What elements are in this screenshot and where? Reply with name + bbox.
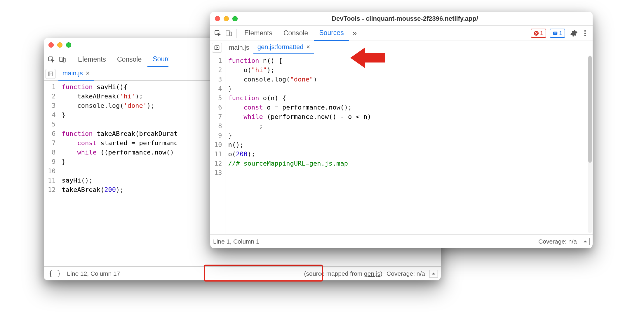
navigator-toggle-icon[interactable] bbox=[46, 69, 55, 79]
code-content: function n() { o("hi"); console.log("don… bbox=[225, 54, 593, 234]
inspect-icon[interactable] bbox=[46, 54, 57, 65]
tab-console[interactable]: Console bbox=[112, 52, 147, 67]
tabs-overflow[interactable]: » bbox=[350, 26, 360, 41]
file-tab-main-js[interactable]: main.js × bbox=[58, 67, 94, 81]
tab-sources[interactable]: Sources bbox=[147, 52, 168, 67]
titlebar-front: DevTools - clinquant-mousse-2f2396.netli… bbox=[210, 12, 593, 26]
scrollbar[interactable] bbox=[588, 55, 592, 233]
file-tabs-front: main.js gen.js:formatted × bbox=[210, 41, 593, 54]
navigator-toggle-icon[interactable] bbox=[212, 43, 222, 53]
file-tab-gen-js-formatted[interactable]: gen.js:formatted × bbox=[253, 41, 314, 54]
window-title: DevTools - clinquant-mousse-2f2396.netli… bbox=[238, 15, 572, 22]
close-window-icon[interactable] bbox=[215, 16, 220, 21]
statusbar-front: Line 1, Column 1 Coverage: n/a bbox=[210, 234, 593, 248]
minimize-window-icon[interactable] bbox=[57, 42, 62, 48]
coverage-label: Coverage: n/a bbox=[538, 238, 577, 245]
coverage-label: Coverage: n/a bbox=[387, 270, 425, 277]
device-toggle-icon[interactable] bbox=[224, 28, 234, 39]
source-mapped-link[interactable]: gen.js bbox=[364, 270, 380, 277]
maximize-window-icon[interactable] bbox=[232, 16, 238, 21]
svg-point-14 bbox=[584, 32, 586, 34]
issues-badge[interactable]: 1 bbox=[550, 29, 565, 38]
traffic-lights bbox=[215, 16, 238, 21]
statusbar-back: { } Line 12, Column 17 (source mapped fr… bbox=[44, 266, 441, 280]
svg-rect-10 bbox=[553, 32, 557, 35]
toolbar-front: Elements Console Sources » 1 1 bbox=[210, 26, 593, 41]
drawer-toggle-icon[interactable] bbox=[581, 238, 590, 245]
tab-sources[interactable]: Sources bbox=[314, 26, 349, 41]
device-toggle-icon[interactable] bbox=[57, 54, 68, 65]
svg-point-15 bbox=[584, 35, 586, 36]
line-gutter: 1 2 3 4 5 6 7 8 9 10 11 12 13 bbox=[210, 54, 225, 234]
tab-elements[interactable]: Elements bbox=[239, 26, 278, 41]
svg-marker-5 bbox=[432, 272, 436, 274]
tab-elements[interactable]: Elements bbox=[73, 52, 111, 67]
cursor-position: Line 1, Column 1 bbox=[213, 238, 260, 245]
minimize-window-icon[interactable] bbox=[224, 16, 229, 21]
line-gutter: 1 2 3 4 5 6 7 8 9 10 11 12 bbox=[44, 81, 59, 266]
svg-point-13 bbox=[584, 30, 586, 32]
gear-icon[interactable] bbox=[569, 28, 579, 39]
inspect-icon[interactable] bbox=[213, 28, 223, 39]
file-tab-label: main.js bbox=[62, 70, 83, 77]
file-tab-label: gen.js:formatted bbox=[257, 43, 304, 51]
close-icon[interactable]: × bbox=[306, 43, 310, 51]
traffic-lights bbox=[48, 42, 71, 48]
close-icon[interactable]: × bbox=[86, 70, 90, 77]
maximize-window-icon[interactable] bbox=[66, 42, 71, 48]
tab-console[interactable]: Console bbox=[278, 26, 313, 41]
file-tab-label: main.js bbox=[229, 44, 249, 51]
code-editor-front[interactable]: 1 2 3 4 5 6 7 8 9 10 11 12 13 function n… bbox=[210, 54, 593, 234]
pretty-print-icon[interactable]: { } bbox=[47, 270, 63, 278]
devtools-window-front: DevTools - clinquant-mousse-2f2396.netli… bbox=[210, 12, 593, 248]
svg-rect-3 bbox=[48, 72, 53, 76]
svg-marker-18 bbox=[584, 240, 587, 242]
file-tab-main-js[interactable]: main.js bbox=[225, 41, 253, 54]
kebab-menu-icon[interactable] bbox=[580, 28, 590, 39]
cursor-position: Line 12, Column 17 bbox=[67, 270, 120, 277]
close-window-icon[interactable] bbox=[48, 42, 54, 48]
source-mapped-label: (source mapped from gen.js) bbox=[304, 270, 382, 277]
drawer-toggle-icon[interactable] bbox=[429, 270, 438, 277]
scrollbar-thumb[interactable] bbox=[588, 56, 592, 163]
error-badge[interactable]: 1 bbox=[531, 29, 546, 38]
svg-rect-16 bbox=[215, 46, 219, 49]
